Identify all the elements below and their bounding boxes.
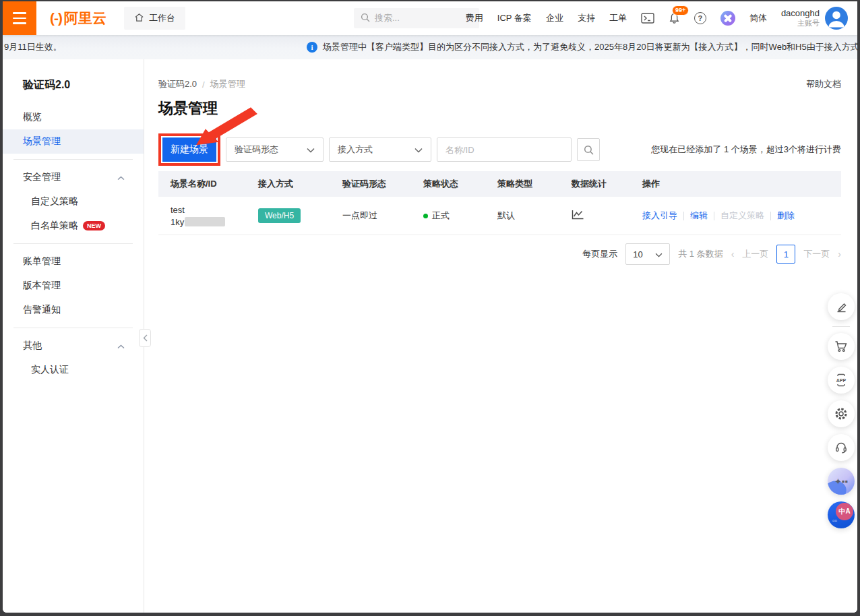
notification-bell[interactable]: 99+: [669, 12, 680, 24]
avatar[interactable]: [825, 7, 848, 30]
sidebar-divider: [13, 159, 133, 160]
aliyun-logo[interactable]: (-) 阿里云: [50, 9, 106, 28]
scene-name-cell: test 1ky: [158, 205, 246, 227]
cart-button[interactable]: [828, 333, 855, 360]
breadcrumb-current: 场景管理: [210, 78, 245, 90]
col-captcha-type: 验证码形态: [330, 178, 411, 190]
policy-status-cell: 正式: [411, 210, 485, 222]
floating-toolbar: APP ✦▪▪ 中A ▫▫: [826, 293, 856, 535]
col-actions: 操作: [630, 178, 841, 190]
annotation-highlight-box: 新建场景: [158, 133, 220, 166]
scene-name: test: [171, 205, 246, 215]
sidebar-item-version-management[interactable]: 版本管理: [3, 274, 144, 298]
sidebar-group-security[interactable]: 安全管理: [3, 165, 144, 189]
menu-item-icp[interactable]: ICP 备案: [497, 12, 532, 24]
sidebar-title: 验证码2.0: [3, 73, 144, 93]
menu-item-billing[interactable]: 费用: [466, 12, 483, 24]
search-placeholder: 搜索...: [375, 12, 400, 24]
menu-item-enterprise[interactable]: 企业: [546, 12, 563, 24]
action-separator: [714, 212, 714, 220]
console-terminal-icon[interactable]: [641, 13, 654, 24]
chevron-up-icon: [117, 172, 125, 183]
announcement-text: 场景管理中【客户端类型】目的为区分不同接入方式，为了避免歧义，2025年8月20…: [323, 41, 857, 53]
col-scene-name: 场景名称/ID: [158, 178, 246, 190]
access-method-filter[interactable]: 接入方式: [329, 137, 431, 162]
sidebar-item-whitelist-policy[interactable]: 白名单策略 NEW: [3, 214, 144, 238]
action-separator: [770, 212, 771, 220]
sidebar-item-bill-management[interactable]: 账单管理: [3, 249, 144, 274]
breadcrumb-separator: /: [202, 80, 205, 90]
menu-item-ticket[interactable]: 工单: [609, 12, 627, 24]
sidebar-item-custom-policy[interactable]: 自定义策略: [3, 189, 144, 214]
table-row: test 1ky Web/H5 一点即过 正式: [158, 197, 841, 235]
prev-page-button[interactable]: 上一页: [742, 248, 768, 260]
status-text: 正式: [432, 210, 450, 222]
sidebar-collapse-button[interactable]: [139, 329, 151, 347]
search-icon: [361, 13, 370, 24]
name-id-input[interactable]: [437, 137, 572, 162]
page-number-1[interactable]: 1: [776, 245, 795, 264]
captcha-type-filter[interactable]: 验证码形态: [226, 137, 324, 162]
help-doc-link[interactable]: 帮助文档: [806, 78, 841, 90]
scene-table: 场景名称/ID 接入方式 验证码形态 策略状态 策略类型 数据统计 操作 tes…: [158, 171, 841, 235]
account-menu[interactable]: daconghd 主账号: [781, 7, 848, 30]
info-icon: i: [307, 42, 317, 53]
support-headset-button[interactable]: [828, 434, 855, 461]
filter-search-button[interactable]: [577, 138, 600, 161]
notice-left-text: 9月11日生效。: [3, 41, 62, 53]
sidebar-item-scene-management[interactable]: 场景管理: [3, 129, 144, 154]
main-content: 验证码2.0 / 场景管理 帮助文档 场景管理 新建场景 验证码形态: [144, 59, 857, 613]
total-count-text: 共 1 条数据: [678, 248, 723, 260]
breadcrumb-root[interactable]: 验证码2.0: [158, 78, 197, 90]
sidebar-divider: [13, 243, 133, 244]
policy-type-cell: 默认: [485, 210, 559, 222]
col-statistics: 数据统计: [559, 178, 630, 190]
feedback-pencil-button[interactable]: [828, 293, 855, 320]
chevron-down-icon: [414, 145, 423, 155]
sidebar-item-overview[interactable]: 概览: [3, 105, 144, 129]
line-chart-icon[interactable]: [572, 210, 584, 220]
sidebar-divider: [13, 328, 133, 328]
account-type: 主账号: [797, 19, 820, 28]
aliyun-logo-icon: (-): [50, 10, 62, 26]
home-icon: [134, 13, 144, 24]
announcement-message: i 场景管理中【客户端类型】目的为区分不同接入方式，为了避免歧义，2025年8月…: [307, 41, 857, 53]
ai-assistant-button[interactable]: ✦▪▪: [828, 468, 855, 495]
col-policy-type: 策略类型: [485, 178, 559, 190]
next-page-arrow[interactable]: ›: [838, 249, 841, 259]
next-page-button[interactable]: 下一页: [803, 248, 830, 260]
action-separator: [683, 212, 684, 220]
action-delete[interactable]: 删除: [777, 210, 795, 222]
workbench-button[interactable]: 工作台: [124, 7, 185, 30]
help-icon[interactable]: ?: [694, 12, 706, 24]
aliyun-logo-text: 阿里云: [64, 9, 106, 28]
create-scene-button[interactable]: 新建场景: [162, 137, 216, 162]
sidebar-item-real-person-auth[interactable]: 实人认证: [3, 358, 144, 382]
page-title: 场景管理: [158, 98, 841, 119]
pagination: 每页显示 10 共 1 条数据 ‹ 上一页 1 下一页 ›: [158, 243, 841, 265]
access-method-cell: Web/H5: [246, 208, 330, 223]
menu-item-support[interactable]: 支持: [578, 12, 595, 24]
language-switcher[interactable]: 简体: [749, 12, 767, 24]
sidebar-group-other[interactable]: 其他: [3, 334, 144, 358]
settings-gear-button[interactable]: [828, 400, 855, 427]
hamburger-menu-icon[interactable]: [3, 1, 36, 35]
app-download-button[interactable]: APP: [828, 367, 855, 394]
access-method-badge: Web/H5: [258, 208, 301, 223]
global-search-input[interactable]: 搜索...: [354, 8, 479, 28]
captcha-type-cell: 一点即过: [330, 210, 411, 222]
per-page-select[interactable]: 10: [625, 243, 670, 265]
announcement-bar: 9月11日生效。 i 场景管理中【客户端类型】目的为区分不同接入方式，为了避免歧…: [3, 35, 857, 59]
app-center-icon[interactable]: [720, 11, 735, 26]
username: daconghd: [781, 8, 820, 19]
table-header: 场景名称/ID 接入方式 验证码形态 策略状态 策略类型 数据统计 操作: [158, 171, 841, 197]
svg-text:APP: APP: [836, 378, 847, 383]
action-access-guide[interactable]: 接入引导: [642, 210, 677, 222]
notification-badge: 99+: [672, 5, 689, 16]
sidebar-item-alert-notification[interactable]: 告警通知: [3, 298, 144, 322]
prev-page-arrow[interactable]: ‹: [731, 249, 735, 259]
translate-button[interactable]: 中A ▫▫: [828, 501, 855, 528]
console-window: (-) 阿里云 工作台 搜索... 费用 ICP 备案 企业 支持 工单: [3, 1, 857, 613]
sidebar: 验证码2.0 概览 场景管理 安全管理 自定义策略 白名单策略 NEW 账单管理…: [3, 59, 144, 613]
action-edit[interactable]: 编辑: [690, 210, 708, 222]
